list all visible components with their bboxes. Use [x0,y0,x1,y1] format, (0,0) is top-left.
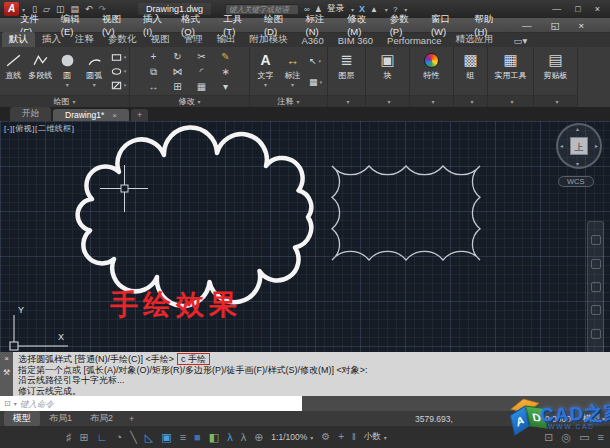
tab-parametric[interactable]: 参数化 [101,32,144,47]
panel-label-utilities[interactable] [488,95,533,107]
tab-output[interactable]: 输出 [210,32,243,47]
new-layout-button[interactable]: + [122,414,141,424]
groups-button[interactable]: ▩ 组 [457,47,484,95]
trim-icon[interactable]: ✂ [197,51,205,62]
layout-tab-layout1[interactable]: 布局1 [40,411,81,426]
pan-icon[interactable] [591,259,601,269]
command-input[interactable] [20,399,298,409]
panel-label-groups[interactable] [454,95,487,107]
doc-restore-button[interactable]: ◱ [544,20,565,31]
annotation-add-icon[interactable]: + [338,432,344,442]
line-button[interactable]: 直线 [0,47,27,95]
viewcube-north-arrow-icon[interactable]: ▴ [576,125,579,132]
panel-label-modify[interactable]: 修改 [130,95,249,107]
orbit-icon[interactable] [591,305,601,315]
command-input-box[interactable]: ⊡ ▾ [0,396,302,411]
move-icon[interactable]: + [151,51,157,62]
panel-label-properties[interactable] [410,95,453,107]
new-drawing-tab-button[interactable]: + [131,109,148,121]
polar-tracking-icon[interactable]: ◔ [116,432,123,443]
ellipse-button[interactable] [111,66,127,77]
isometric-drafting-icon[interactable]: ╲ [130,432,137,443]
viewcube-top-face[interactable]: 上 [570,137,588,155]
ucs-icon[interactable]: Y X [10,305,68,350]
tab-manage[interactable]: 管理 [177,32,210,47]
modify-more-icon[interactable]: ▾ [223,81,228,92]
panel-label-layers[interactable] [328,95,365,107]
tab-featured-apps[interactable]: 精选应用 [448,32,500,47]
fillet-icon[interactable]: ◜ [200,66,204,77]
infer-constraints-icon[interactable]: ♯ [66,432,72,443]
close-button[interactable]: × [595,4,600,14]
wcs-selector[interactable]: WCS [558,176,594,187]
units-control[interactable]: 小数 [364,431,387,443]
zoom-icon[interactable] [591,282,601,292]
circle-button[interactable]: 圆 ▾ [54,47,81,95]
ribbon-collapse-icon[interactable]: ▭▾ [506,34,534,47]
doc-close-button[interactable]: × [572,20,590,31]
viewcube[interactable]: ▴ ▾ ◂ ▸ 上 [556,123,602,169]
array-icon[interactable]: ▦ [197,81,206,92]
tab-annotate[interactable]: 注释 [68,32,101,47]
arc-button[interactable]: 圆弧 ▾ [81,47,108,95]
customize-wrench-icon[interactable]: ⚒ [3,368,10,379]
showmotion-icon[interactable] [591,329,601,339]
ortho-mode-icon[interactable]: ∟ [97,432,108,443]
layers-button[interactable]: ≣ 图层 [333,47,360,95]
explode-icon[interactable]: ∗ [221,66,229,77]
annotation-scale-control[interactable]: 1:1/100% [271,432,313,442]
clipboard-button[interactable]: ▤ 剪贴板 [542,47,569,95]
osnap-tracking-icon[interactable]: ◺ [145,432,153,443]
annotation-autoscale-icon[interactable]: λ [241,432,247,443]
tab-a360[interactable]: A360 [295,34,331,47]
file-tab-start[interactable]: 开始 [10,107,51,121]
object-snap-icon[interactable]: ▣ [161,432,171,443]
tab-insert[interactable]: 插入 [35,32,68,47]
panel-label-block[interactable] [366,95,409,107]
viewcube-south-arrow-icon[interactable]: ▾ [576,160,579,167]
viewcube-east-arrow-icon[interactable]: ▸ [595,142,598,149]
panel-label-annotate[interactable]: 注释 [250,95,327,107]
close-command-icon[interactable]: × [4,354,9,365]
copy-icon[interactable]: ⧉ [150,66,157,78]
doc-minimize-button[interactable]: — [516,20,538,31]
hardware-acceleration-icon[interactable]: ⊡ [544,432,553,443]
maximize-button[interactable]: □ [575,4,580,14]
scale-icon[interactable]: ⊞ [173,81,181,92]
file-tab-drawing1[interactable]: Drawing1*× [53,109,129,121]
erase-icon[interactable]: ✎ [221,51,229,62]
transparency-icon[interactable]: ■ [194,432,201,443]
selection-cycling-icon[interactable]: ◧ [209,432,219,443]
snap-mode-icon[interactable]: ⊞ [80,432,89,443]
workspace-gear-icon[interactable]: ⚙ [321,432,330,442]
properties-button[interactable]: 特性 [418,47,445,95]
panel-label-clipboard[interactable] [534,95,577,107]
layout-tab-layout2[interactable]: 布局2 [81,411,122,426]
annotation-visibility-icon[interactable]: λ [227,432,233,443]
customization-icon[interactable]: ≡ [598,432,604,443]
tab-home[interactable]: 默认 [2,32,35,47]
polyline-button[interactable]: 多段线 [27,47,54,95]
freehand-revision-cloud[interactable] [78,127,312,305]
command-history[interactable]: × ⚒ 选择圆弧样式 [普通(N)/手绘(C)] <手绘>c 手绘 指定第一个点… [0,352,610,396]
viewcube-west-arrow-icon[interactable]: ◂ [560,142,563,149]
fullnav-wheel-icon[interactable] [591,235,601,245]
command-options-icon[interactable]: ⊡ [4,399,11,408]
drawing-canvas[interactable]: [-][俯视][二维线框] Y X 手绘效果 ▴ ▾ [0,121,610,352]
annotation-monitor-icon[interactable]: ⊕ [254,432,263,443]
leader-button[interactable]: ↖ [309,56,322,66]
model-space-toggle[interactable]: 模型▾ [583,413,605,425]
minimize-button[interactable]: — [552,4,561,14]
block-button[interactable]: ▣ 块 [374,47,401,95]
clean-screen-icon[interactable]: ▭ [579,432,589,443]
tab-performance[interactable]: Performance [380,34,448,47]
lineweight-icon[interactable]: ≡ [180,432,186,443]
tab-addins[interactable]: 附加模块 [243,32,295,47]
utilities-button[interactable]: ▦ 实用工具 [495,47,527,95]
navigation-bar[interactable] [587,221,604,352]
table-button[interactable]: ▦ [309,77,322,87]
tab-view[interactable]: 视图 [144,32,177,47]
rectangle-button[interactable] [111,52,127,63]
rectangular-revision-cloud[interactable] [332,166,480,260]
text-button[interactable]: A 文字 ▾ [252,47,279,95]
